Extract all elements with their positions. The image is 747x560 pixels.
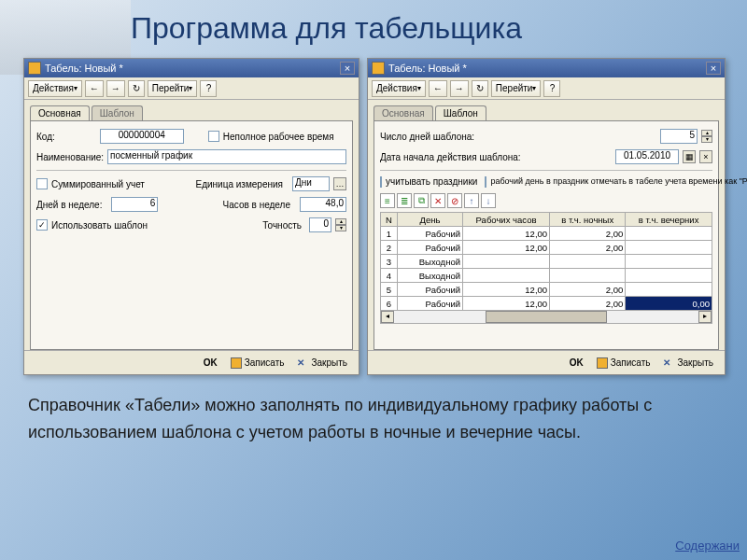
col-n: N — [381, 213, 398, 227]
tpl-days-stepper[interactable]: ▴▾ — [701, 130, 712, 143]
label-code: Код: — [36, 132, 55, 142]
save-button[interactable]: Записать — [227, 356, 289, 371]
window-left: Табель: Новый * × Действия ← → ↻ Перейти… — [23, 58, 359, 375]
table-row[interactable]: 2Рабочий12,002,00 — [381, 241, 712, 255]
nav-forward-button[interactable]: → — [450, 80, 469, 97]
delete-all-icon[interactable]: ⊘ — [447, 193, 462, 208]
label-sumacc: Суммированный учет — [51, 179, 145, 189]
help-button[interactable]: ? — [543, 80, 560, 97]
table-row[interactable]: 1Рабочий12,002,00 — [381, 227, 712, 241]
unit-select-button[interactable]: … — [333, 177, 346, 190]
table-row[interactable]: 3Выходной — [381, 255, 712, 269]
close-icon[interactable]: × — [340, 62, 355, 75]
calendar-icon[interactable]: ▦ — [683, 150, 696, 163]
add-row-icon[interactable]: ≡ — [380, 193, 395, 208]
actions-menu[interactable]: Действия — [28, 80, 82, 97]
label-holidays: учитывать праздники — [386, 176, 477, 187]
save-button[interactable]: Записать — [593, 356, 655, 371]
help-button[interactable]: ? — [200, 80, 217, 97]
window-right: Табель: Новый * × Действия ← → ↻ Перейти… — [367, 58, 726, 375]
hours-week-field[interactable]: 48,0 — [300, 197, 346, 212]
save-icon — [597, 357, 608, 369]
col-day: День — [398, 213, 463, 227]
tabs-right: Основная Шаблон — [368, 100, 725, 120]
name-field[interactable]: посменный график — [107, 149, 346, 164]
app-icon — [372, 62, 385, 75]
save-icon — [231, 357, 242, 369]
label-days-week: Дней в неделе: — [36, 200, 102, 210]
copy-row-icon[interactable]: ⧉ — [414, 193, 429, 208]
precision-field[interactable]: 0 — [309, 217, 331, 232]
parttime-checkbox[interactable] — [208, 131, 219, 142]
col-evening: в т.ч. вечерних — [626, 213, 712, 227]
goto-menu[interactable]: Перейти — [148, 80, 198, 97]
nav-back-button[interactable]: ← — [429, 80, 447, 97]
label-tpl-start: Дата начала действия шаблона: — [380, 152, 521, 162]
tab-main[interactable]: Основная — [30, 105, 90, 120]
window-title: Табель: Новый * — [45, 63, 123, 74]
col-night: в т.ч. ночных — [550, 213, 626, 227]
delete-row-icon[interactable]: ✕ — [430, 193, 445, 208]
days-week-field[interactable]: 6 — [111, 197, 158, 212]
tpl-days-field[interactable]: 5 — [660, 129, 698, 144]
scroll-right-icon[interactable]: ▸ — [698, 311, 712, 323]
unit-field[interactable]: Дни — [292, 176, 330, 191]
windows-row: Табель: Новый * × Действия ← → ↻ Перейти… — [23, 58, 728, 375]
goto-menu[interactable]: Перейти — [491, 80, 542, 97]
tpl-start-field[interactable]: 01.05.2010 — [615, 149, 679, 164]
scroll-left-icon[interactable]: ◂ — [381, 311, 394, 323]
sumacc-checkbox[interactable] — [36, 178, 48, 189]
app-icon — [28, 62, 41, 75]
titlebar-right: Табель: Новый * × — [368, 59, 725, 77]
toc-link[interactable]: Содержани — [675, 539, 740, 553]
code-field[interactable]: 000000004 — [100, 129, 184, 144]
holidays-checkbox[interactable] — [380, 176, 382, 188]
table-header-row: N День Рабочих часов в т.ч. ночных в т.ч… — [381, 213, 712, 227]
tab-template[interactable]: Шаблон — [92, 105, 143, 120]
close-icon[interactable]: × — [706, 62, 721, 75]
refresh-button[interactable]: ↻ — [128, 80, 145, 97]
label-use-tpl: Использовать шаблон — [51, 220, 148, 231]
label-name: Наименование: — [36, 152, 104, 162]
refresh-button[interactable]: ↻ — [472, 80, 488, 97]
col-work-h: Рабочих часов — [463, 213, 550, 227]
toolbar-left: Действия ← → ↻ Перейти ? — [24, 77, 359, 100]
move-down-icon[interactable]: ↓ — [481, 193, 496, 208]
table-toolbar: ≡ ≣ ⧉ ✕ ⊘ ↑ ↓ — [380, 193, 712, 208]
close-button[interactable]: ✕Закрыть — [659, 356, 717, 371]
workday-holiday-checkbox[interactable] — [485, 176, 486, 188]
label-hours-week: Часов в неделе — [223, 200, 290, 210]
tab-template[interactable]: Шаблон — [435, 105, 486, 120]
panel-right: Число дней шаблона: 5 ▴▾ Дата начала дей… — [374, 120, 719, 350]
scroll-thumb[interactable] — [486, 311, 607, 323]
actions-menu[interactable]: Действия — [372, 80, 426, 97]
toolbar-right: Действия ← → ↻ Перейти ? — [368, 77, 725, 100]
ok-button[interactable]: OK — [200, 356, 221, 370]
panel-left: Код: 000000004 Неполное рабочее время На… — [30, 120, 353, 350]
table-row[interactable]: 4Выходной — [381, 269, 712, 283]
footer-right: OK Записать ✕Закрыть — [368, 350, 725, 374]
precision-stepper[interactable]: ▴▾ — [335, 218, 346, 231]
window-title: Табель: Новый * — [388, 63, 467, 74]
move-up-icon[interactable]: ↑ — [464, 193, 479, 208]
nav-back-button[interactable]: ← — [85, 80, 104, 97]
h-scrollbar[interactable]: ◂ ▸ — [380, 311, 712, 324]
use-template-checkbox[interactable]: ✓ — [36, 219, 48, 231]
nav-forward-button[interactable]: → — [106, 80, 125, 97]
slide-title: Программа для табельщика — [131, 11, 522, 46]
template-table[interactable]: N День Рабочих часов в т.ч. ночных в т.ч… — [380, 212, 712, 311]
ok-button[interactable]: OK — [566, 356, 587, 370]
label-parttime: Неполное рабочее время — [223, 132, 334, 142]
table-row[interactable]: 6Рабочий12,002,000,00 — [381, 297, 712, 311]
label-tpl-days: Число дней шаблона: — [380, 132, 474, 142]
table-row[interactable]: 5Рабочий12,002,00 — [381, 283, 712, 297]
label-workday-holiday: рабочий день в праздник отмечать в табел… — [490, 176, 747, 187]
insert-row-icon[interactable]: ≣ — [397, 193, 412, 208]
titlebar-left: Табель: Новый * × — [24, 59, 359, 77]
slide-caption: Справочник «Табели» можно заполнять по и… — [28, 392, 719, 446]
close-button[interactable]: ✕Закрыть — [293, 356, 351, 371]
tab-main[interactable]: Основная — [374, 105, 433, 120]
label-unit: Единица измерения — [195, 179, 283, 189]
close-icon: ✕ — [663, 357, 674, 369]
clear-date-button[interactable]: × — [699, 150, 712, 163]
